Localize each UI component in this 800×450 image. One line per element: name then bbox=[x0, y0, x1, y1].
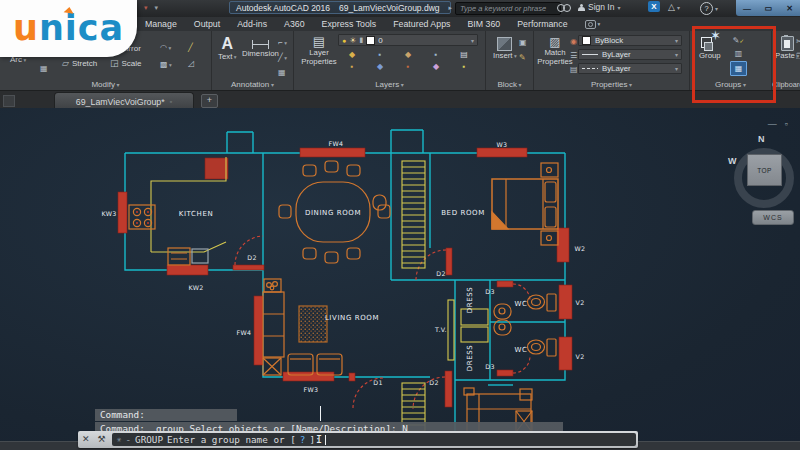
paste-icon bbox=[781, 36, 794, 51]
record-camera-icon[interactable]: ▾ bbox=[585, 20, 601, 29]
layer-tool-icon[interactable]: ▪ bbox=[394, 62, 422, 71]
panel-label-layers[interactable]: Layers bbox=[294, 80, 485, 89]
command-customize-icon[interactable]: ⚒ bbox=[96, 435, 108, 444]
array-icon[interactable]: ▦ bbox=[40, 64, 48, 73]
autocad-window: ▾▾ Autodesk AutoCAD 2016 69_LamViecVoiGr… bbox=[0, 0, 800, 450]
viewcube-north[interactable]: N bbox=[758, 134, 765, 144]
layer-tool-icon[interactable]: ◆ bbox=[422, 62, 450, 71]
ribbon-tab-a360[interactable]: A360 bbox=[284, 19, 305, 29]
layer-tools: ◆ ▪ ◆ ▪ ▤ ▪ ◆ ▪ ◆ ▪ bbox=[338, 50, 478, 71]
ribbon-tab-featured-apps[interactable]: Featured Apps bbox=[393, 19, 450, 29]
cut-icon[interactable]: ✂ bbox=[796, 37, 800, 46]
trim-icon[interactable]: ◿ bbox=[188, 59, 194, 68]
exchange-apps-icon[interactable]: X bbox=[648, 1, 660, 12]
file-tab-close-icon[interactable]: ▫ bbox=[170, 98, 172, 105]
linetype-icon[interactable]: ▤ bbox=[570, 65, 578, 74]
layer-properties-button[interactable]: ▤ Layer Properties bbox=[301, 36, 337, 66]
ribbon-tab-bim-360[interactable]: BIM 360 bbox=[467, 19, 500, 29]
recent-commands-icon[interactable]: ✳ bbox=[117, 435, 122, 444]
title-document-frame: Autodesk AutoCAD 2016 69_LamViecVoiGroup… bbox=[229, 1, 451, 14]
command-option-link[interactable]: ? bbox=[300, 434, 306, 445]
group-button[interactable]: ✶ Group bbox=[699, 35, 721, 60]
lineweight-sample bbox=[582, 54, 598, 55]
viewport-controls: — ▫ bbox=[768, 119, 788, 129]
a360-icon[interactable]: △▾ bbox=[668, 2, 680, 12]
dimension-button[interactable]: Dimension bbox=[242, 40, 279, 58]
panel-label-annotation[interactable]: Annotation bbox=[212, 80, 293, 89]
plan-label: DINING ROOM bbox=[305, 209, 361, 217]
block-editor-icon[interactable]: ✎ bbox=[519, 53, 527, 62]
layer-tool-icon[interactable]: ▪ bbox=[338, 62, 366, 71]
new-drawing-tab-button[interactable]: + bbox=[201, 94, 218, 108]
plan-label: V2 bbox=[576, 299, 585, 306]
ribbon-tab-express-tools[interactable]: Express Tools bbox=[322, 19, 377, 29]
command-close-icon[interactable]: ✕ bbox=[80, 435, 92, 444]
group-edit-icon[interactable]: ✎✓ bbox=[733, 36, 745, 46]
layer-tool-icon[interactable]: ◆ bbox=[338, 50, 366, 59]
restore-button[interactable]: ▭ bbox=[765, 4, 773, 13]
viewport-restore-icon[interactable]: ▫ bbox=[785, 119, 788, 129]
lineweight-icon[interactable]: ☰ bbox=[570, 51, 578, 60]
tab-overflow-icon[interactable] bbox=[3, 95, 15, 107]
viewcube-west[interactable]: W bbox=[728, 156, 737, 166]
edit-attribute-icon[interactable]: ▣ bbox=[519, 38, 527, 47]
layer-tool-icon[interactable]: ▤ bbox=[450, 50, 478, 59]
minimize-button[interactable]: — bbox=[743, 4, 751, 13]
copy-clip-icon[interactable]: ❐ bbox=[796, 52, 800, 61]
linetype-select[interactable]: ByLayer ▾ bbox=[578, 63, 682, 74]
group-selection-toggle[interactable]: ▦ bbox=[730, 61, 747, 76]
plan-windows bbox=[118, 148, 572, 407]
stretch-button[interactable]: ▱Stretch bbox=[62, 59, 97, 68]
sign-in-button[interactable]: Sign In ▾ bbox=[578, 2, 620, 12]
command-bar[interactable]: ✕ ⚒ ✳ - GROUP Enter a group name or [?]: bbox=[78, 431, 638, 448]
lineweight-select[interactable]: ByLayer ▾ bbox=[578, 49, 682, 60]
layer-tool-icon[interactable]: ◆ bbox=[366, 62, 394, 71]
fillet-icon[interactable]: ◠ bbox=[160, 43, 172, 53]
ribbon-tab-output[interactable]: Output bbox=[194, 19, 220, 29]
panel-label-clipboard[interactable]: Clipboard bbox=[772, 80, 800, 89]
file-tab-bar: 69_LamViecVoiGroup* ▫ + bbox=[0, 90, 800, 109]
panel-label-properties[interactable]: Properties bbox=[534, 80, 689, 89]
plan-label: BED ROOM bbox=[441, 209, 485, 217]
multileader-icon[interactable]: ╱ bbox=[278, 53, 287, 63]
layer-tool-icon[interactable]: ▪ bbox=[422, 50, 450, 59]
layer-tool-icon[interactable]: ◆ bbox=[394, 50, 422, 59]
help-icon[interactable]: ?▾ bbox=[700, 2, 718, 15]
ribbon-tab-performance[interactable]: Performance bbox=[517, 19, 567, 29]
ribbon-tab-manage[interactable]: Manage bbox=[145, 19, 177, 29]
measure-icon[interactable]: ╱ bbox=[188, 43, 194, 52]
command-input[interactable]: ✳ - GROUP Enter a group name or [?]: bbox=[112, 433, 636, 446]
drawing-canvas[interactable]: KITCHENDINING ROOMBED ROOMLIVING ROOMWCW… bbox=[0, 108, 800, 450]
color-wheel-icon[interactable]: ◉ bbox=[570, 37, 578, 46]
search-binoculars-icon[interactable] bbox=[557, 4, 570, 12]
table-icon[interactable]: ▦ bbox=[278, 68, 287, 77]
title-dropdown-icon[interactable]: ▸ bbox=[449, 4, 453, 12]
object-color-select[interactable]: ByBlock ▾ bbox=[578, 35, 682, 46]
close-button[interactable]: ✕ bbox=[786, 4, 793, 13]
viewport-minimize-icon[interactable]: — bbox=[768, 119, 777, 129]
panel-label-block[interactable]: Block bbox=[486, 80, 533, 89]
plan-label: KW3 bbox=[101, 210, 116, 217]
layer-select[interactable]: ● ☀ ▮ 0 ▾ bbox=[338, 34, 478, 46]
leader-icon[interactable]: ⌐ bbox=[278, 38, 287, 48]
window-controls: — ▭ ✕ bbox=[736, 0, 800, 16]
ribbon-tab-add-ins[interactable]: Add-ins bbox=[237, 19, 267, 29]
panel-label-groups[interactable]: Groups bbox=[690, 80, 771, 89]
text-button[interactable]: A Text bbox=[218, 36, 237, 61]
layer-tool-icon[interactable]: ▪ bbox=[450, 62, 478, 71]
insert-button[interactable]: Insert bbox=[493, 37, 517, 60]
quick-access-toolbar[interactable]: ▾▾ bbox=[144, 2, 158, 14]
grid-tools-icon[interactable]: ▩ bbox=[160, 60, 172, 70]
scale-button[interactable]: ◲Scale bbox=[110, 59, 142, 68]
search-input[interactable]: Type a keyword or phrase bbox=[455, 2, 561, 15]
layer-tool-icon[interactable]: ▪ bbox=[366, 50, 394, 59]
wcs-selector[interactable]: WCS bbox=[752, 210, 794, 225]
match-properties-button[interactable]: ▨ Match Properties bbox=[538, 36, 572, 66]
plan-label: W3 bbox=[497, 141, 508, 148]
panel-label-modify[interactable]: Modify bbox=[0, 80, 211, 89]
viewcube[interactable]: N W S TOP WCS bbox=[731, 132, 797, 236]
viewcube-top-face[interactable]: TOP bbox=[747, 154, 782, 186]
ungroup-icon[interactable]: ▥ bbox=[735, 49, 743, 58]
plan-label: KITCHEN bbox=[179, 210, 214, 218]
match-properties-icon: ▨ bbox=[549, 36, 560, 48]
